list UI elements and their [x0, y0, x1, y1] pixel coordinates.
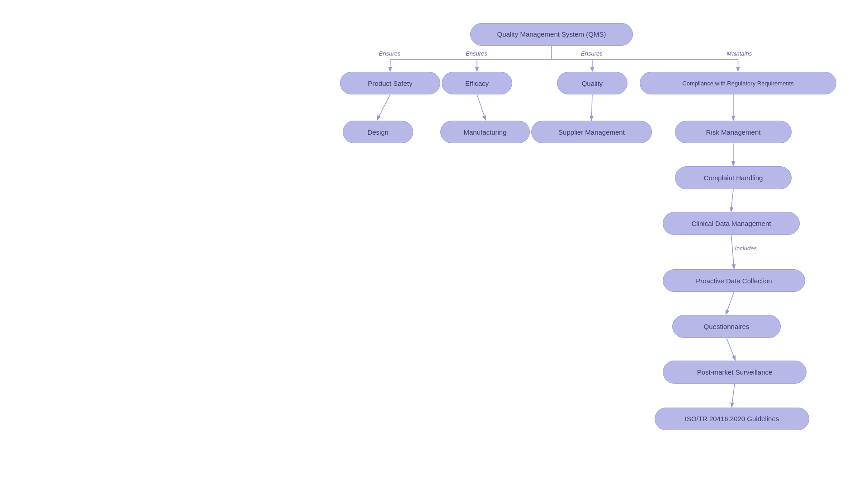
node-iso: ISO/TR 20416:2020 Guidelines [655, 408, 809, 431]
node-supplier_mgmt: Supplier Management [531, 121, 652, 144]
svg-text:Includes: Includes [735, 245, 757, 252]
svg-text:Ensures: Ensures [581, 50, 603, 57]
node-compliance: Compliance with Regulatory Requirements [640, 72, 836, 95]
svg-text:Maintains: Maintains [727, 50, 752, 57]
node-product_safety: Product Safety [340, 72, 440, 95]
svg-line-19 [726, 292, 734, 313]
node-postmarket: Post-market Surveillance [663, 361, 807, 384]
svg-line-16 [731, 189, 734, 210]
node-manufacturing: Manufacturing [440, 121, 530, 144]
node-risk_mgmt: Risk Management [675, 121, 792, 144]
svg-line-20 [726, 338, 735, 359]
svg-line-12 [477, 94, 485, 118]
svg-line-21 [732, 384, 735, 405]
node-proactive: Proactive Data Collection [663, 269, 805, 292]
node-design: Design [343, 121, 413, 144]
svg-text:Ensures: Ensures [379, 50, 401, 57]
node-complaint: Complaint Handling [675, 166, 792, 189]
node-qms: Quality Management System (QMS) [470, 23, 633, 46]
node-efficacy: Efficacy [442, 72, 512, 95]
svg-line-13 [592, 94, 593, 118]
svg-line-17 [731, 235, 734, 267]
svg-line-11 [378, 94, 390, 118]
node-questionnaires: Questionnaires [672, 315, 781, 338]
diagram-container: EnsuresEnsuresEnsuresMaintainsIncludes Q… [0, 0, 868, 488]
node-clinical: Clinical Data Management [663, 212, 800, 235]
node-quality: Quality [557, 72, 627, 95]
svg-text:Ensures: Ensures [466, 50, 487, 57]
